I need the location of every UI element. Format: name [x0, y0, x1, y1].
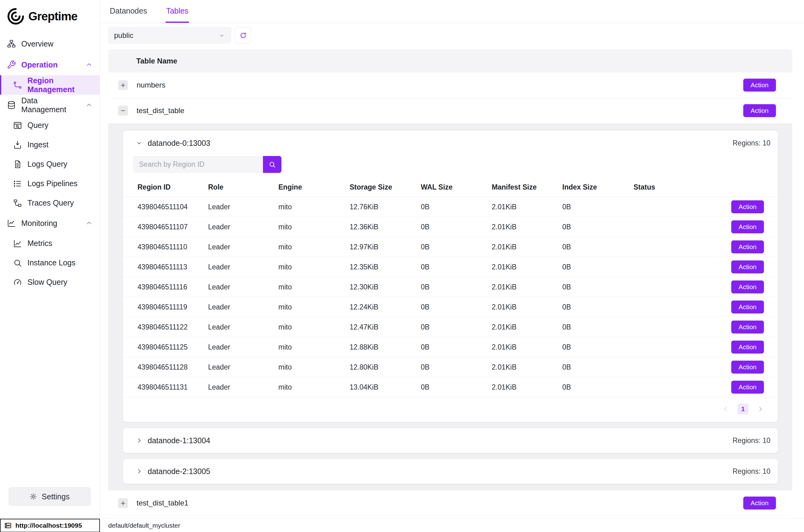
region-action-button[interactable]: Action [731, 241, 764, 253]
sidebar-item-slow-query[interactable]: Slow Query [0, 272, 100, 292]
region-table-row: 4398046511110 Leader mito 12.97KiB 0B 2.… [123, 237, 778, 257]
region-id-cell: 4398046511104 [137, 203, 208, 211]
greptime-logo-icon [7, 7, 25, 25]
sidebar-item-label: Region Management [27, 76, 100, 94]
region-table-row: 4398046511116 Leader mito 12.30KiB 0B 2.… [123, 277, 778, 297]
table-row-test-dist-table: − test_dist_table Action [108, 98, 792, 124]
action-button[interactable]: Action [743, 104, 776, 117]
schema-select[interactable]: public [108, 27, 231, 43]
chevron-up-icon [85, 61, 93, 69]
engine-cell: mito [279, 243, 350, 251]
expand-plus-button[interactable]: + [118, 498, 128, 508]
role-cell: Leader [208, 223, 279, 231]
region-action-button[interactable]: Action [731, 221, 764, 233]
region-action-button[interactable]: Action [731, 321, 764, 334]
toolbar: public [108, 27, 792, 43]
sidebar-section-operation[interactable]: Operation [0, 54, 100, 75]
sidebar-item-traces-query[interactable]: Traces Query [0, 193, 100, 213]
sidebar-item-logs-query[interactable]: Logs Query [0, 154, 100, 174]
engine-cell: mito [279, 343, 350, 352]
region-action-button[interactable]: Action [731, 341, 764, 354]
datanode-0-card: datanode-0:13003 Regions: 10 Region ID R… [123, 131, 778, 422]
previous-page-button[interactable] [722, 405, 729, 413]
region-action-button[interactable]: Action [731, 361, 764, 374]
sidebar-item-instance-logs[interactable]: Instance Logs [0, 253, 100, 272]
app: Greptime Overview Operation Region Manag… [0, 0, 804, 518]
datanode-2-header[interactable]: datanode-2:13005 Regions: 10 [123, 459, 778, 483]
datanode-name: datanode-1:13004 [148, 436, 210, 445]
sidebar-item-metrics[interactable]: Metrics [0, 234, 100, 253]
page-number[interactable]: 1 [738, 403, 748, 415]
col-wal-size: WAL Size [421, 183, 492, 191]
datanode-1-card: datanode-1:13004 Regions: 10 [123, 428, 778, 453]
region-action-button[interactable]: Action [731, 381, 764, 394]
engine-cell: mito [279, 263, 350, 271]
sidebar-item-label: Traces Query [27, 198, 74, 207]
sidebar-section-data-management[interactable]: Data Management [0, 95, 100, 116]
tab-tables[interactable]: Tables [166, 0, 189, 23]
sidebar-item-label: Metrics [27, 239, 52, 248]
region-id-cell: 4398046511131 [137, 383, 208, 392]
col-region-id: Region ID [137, 183, 208, 191]
chevron-left-icon [722, 405, 729, 413]
wal-size-cell: 0B [421, 203, 492, 211]
region-search-input[interactable] [133, 156, 263, 173]
engine-cell: mito [279, 223, 350, 231]
tabbar: Datanodes Tables [100, 0, 804, 23]
engine-cell: mito [279, 303, 350, 311]
expand-plus-button[interactable]: + [118, 80, 128, 90]
sidebar-item-label: Operation [21, 60, 58, 69]
refresh-button[interactable] [235, 27, 251, 43]
sidebar-item-query[interactable]: Query [0, 116, 100, 135]
role-cell: Leader [208, 383, 279, 392]
region-table-row: 4398046511104 Leader mito 12.76KiB 0B 2.… [123, 197, 778, 217]
index-size-cell: 0B [562, 243, 633, 251]
col-storage-size: Storage Size [350, 183, 421, 191]
index-size-cell: 0B [562, 343, 633, 352]
host-selector[interactable]: http://localhost:19095 [0, 519, 100, 532]
collapse-minus-button[interactable]: − [118, 106, 128, 116]
action-button[interactable]: Action [743, 79, 776, 92]
sidebar-item-label: Query [27, 121, 49, 130]
sidebar-item-logs-pipelines[interactable]: Logs Pipelines [0, 174, 100, 193]
col-engine: Engine [279, 183, 350, 191]
index-size-cell: 0B [562, 383, 633, 392]
server-icon [4, 522, 12, 529]
ingest-icon [13, 140, 22, 150]
role-cell: Leader [208, 363, 279, 372]
region-id-cell: 4398046511119 [137, 303, 208, 311]
brand-logo: Greptime [0, 0, 100, 33]
datanode-0-header[interactable]: datanode-0:13003 Regions: 10 [123, 131, 778, 155]
storage-size-cell: 12.47KiB [350, 323, 421, 331]
index-size-cell: 0B [562, 263, 633, 271]
region-action-button[interactable]: Action [731, 200, 764, 213]
tab-datanodes[interactable]: Datanodes [109, 0, 148, 23]
sidebar-item-overview[interactable]: Overview [0, 33, 100, 54]
sidebar-item-ingest[interactable]: Ingest [0, 135, 100, 154]
search-icon [269, 161, 276, 168]
region-search-button[interactable] [263, 156, 282, 173]
sidebar-item-label: Ingest [27, 140, 49, 149]
manifest-size-cell: 2.01KiB [492, 363, 562, 372]
next-page-button[interactable] [757, 405, 764, 413]
index-size-cell: 0B [562, 323, 633, 331]
storage-size-cell: 12.30KiB [350, 283, 421, 291]
datanode-name: datanode-2:13005 [148, 467, 210, 476]
region-action-button[interactable]: Action [731, 261, 764, 273]
gear-icon [30, 493, 37, 500]
region-id-cell: 4398046511116 [137, 283, 208, 291]
sidebar-item-region-management[interactable]: Region Management [0, 75, 100, 95]
region-panel: datanode-0:13003 Regions: 10 Region ID R… [108, 124, 792, 490]
settings-button[interactable]: Settings [8, 487, 91, 506]
region-action-button[interactable]: Action [731, 301, 764, 314]
region-table-row: 4398046511113 Leader mito 12.35KiB 0B 2.… [123, 257, 778, 277]
region-table-row: 4398046511128 Leader mito 12.80KiB 0B 2.… [123, 357, 778, 377]
region-id-cell: 4398046511113 [137, 263, 208, 271]
region-action-button[interactable]: Action [731, 281, 764, 293]
gauge-icon [13, 278, 22, 287]
wal-size-cell: 0B [421, 223, 492, 231]
action-button[interactable]: Action [743, 497, 776, 510]
datanode-1-header[interactable]: datanode-1:13004 Regions: 10 [123, 428, 778, 453]
sidebar-section-monitoring[interactable]: Monitoring [0, 213, 100, 234]
wal-size-cell: 0B [421, 263, 492, 271]
